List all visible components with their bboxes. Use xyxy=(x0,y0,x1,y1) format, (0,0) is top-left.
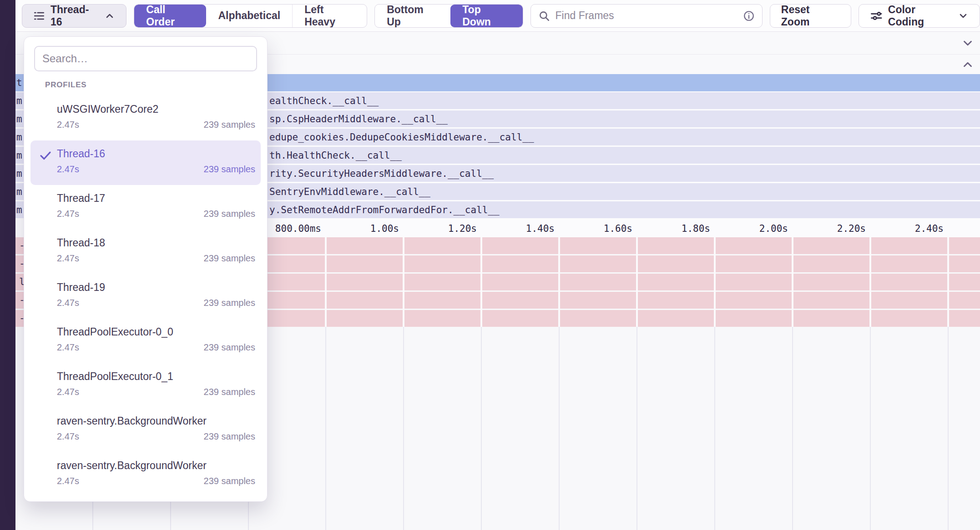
thread-item-duration: 2.47s xyxy=(57,164,79,175)
gridline xyxy=(948,327,949,530)
thread-item[interactable]: ThreadPoolExecutor-0_0 2.47s 239 samples xyxy=(30,319,261,363)
reset-zoom-button[interactable]: Reset Zoom xyxy=(770,4,851,28)
thread-item[interactable]: raven-sentry.BackgroundWorker 2.47s 239 … xyxy=(30,408,261,452)
gridline xyxy=(947,237,949,327)
gridline xyxy=(636,327,637,530)
thread-item-samples: 239 samples xyxy=(204,164,255,175)
thread-item-samples: 239 samples xyxy=(204,298,255,308)
profiler-app: Thread-16 Call Order Alphabetical Left H… xyxy=(0,0,980,530)
time-axis-label: 1.40s xyxy=(468,223,555,234)
direction-option-bottom-up[interactable]: Bottom Up xyxy=(375,5,450,27)
time-axis-label: 2.20s xyxy=(779,223,866,234)
direction-segmented-control: Bottom Up Top Down xyxy=(374,4,523,28)
time-axis-label: 1.20s xyxy=(390,223,477,234)
thread-item-duration: 2.47s xyxy=(57,342,79,353)
thread-item-duration: 2.47s xyxy=(57,253,79,264)
chevron-up-icon xyxy=(104,10,115,21)
thread-item-duration: 2.47s xyxy=(57,298,79,308)
time-axis-label: 2.00s xyxy=(702,223,788,234)
thread-item-samples: 239 samples xyxy=(204,387,255,397)
gridline xyxy=(636,237,638,327)
sort-option-alphabetical[interactable]: Alphabetical xyxy=(206,5,292,27)
frame-label: sp.CspHeaderMiddleware.__call__ xyxy=(269,114,448,125)
thread-item-samples: 239 samples xyxy=(204,120,255,130)
sliders-icon xyxy=(870,10,883,22)
thread-item-name: ThreadPoolExecutor-0_0 xyxy=(57,325,255,339)
gridline xyxy=(714,327,715,530)
chevron-up-icon xyxy=(961,58,975,71)
time-axis-label: 1.00s xyxy=(313,223,399,234)
sort-option-left-heavy[interactable]: Left Heavy xyxy=(292,5,367,27)
checkmark-icon xyxy=(39,149,52,162)
thread-item-name: uWSGIWorker7Core2 xyxy=(57,102,255,116)
frame-label: SentryEnvMiddleware.__call__ xyxy=(269,186,430,197)
gridline xyxy=(870,327,871,530)
time-axis-label: 2.40s xyxy=(857,223,944,234)
sort-option-call-order[interactable]: Call Order xyxy=(134,5,206,27)
thread-item-samples: 239 samples xyxy=(204,253,255,264)
thread-item-name: raven-sentry.BackgroundWorker xyxy=(57,414,255,428)
frame-fragment: m xyxy=(16,150,22,161)
thread-list: uWSGIWorker7Core2 2.47s 239 samples Thre… xyxy=(30,96,261,497)
frame-fragment: m xyxy=(16,186,22,197)
frame-label: rity.SecurityHeadersMiddleware.__call__ xyxy=(269,168,494,179)
time-axis-label: 1.60s xyxy=(546,223,632,234)
thread-selector-label: Thread-16 xyxy=(51,4,99,28)
thread-item-duration: 2.47s xyxy=(57,120,79,130)
thread-item-name: ThreadPoolExecutor-0_1 xyxy=(57,370,255,383)
list-icon xyxy=(33,10,45,22)
frame-label: y.SetRemoteAddrFromForwardedFor.__call__ xyxy=(269,205,500,215)
thread-item-duration: 2.47s xyxy=(57,387,79,397)
frame-fragment: t xyxy=(16,77,22,88)
color-coding-button[interactable]: Color Coding xyxy=(859,4,980,28)
thread-item-samples: 239 samples xyxy=(204,342,255,353)
toolbar: Thread-16 Call Order Alphabetical Left H… xyxy=(15,0,980,32)
thread-item[interactable]: Thread-19 2.47s 239 samples xyxy=(30,274,261,319)
sort-segmented-control: Call Order Alphabetical Left Heavy xyxy=(134,4,367,28)
gridline xyxy=(403,237,404,327)
thread-item[interactable]: raven-sentry.BackgroundWorker 2.47s 239 … xyxy=(30,452,261,497)
thread-dropdown-panel: PROFILES uWSGIWorker7Core2 2.47s 239 sam… xyxy=(24,36,268,502)
thread-item-samples: 239 samples xyxy=(204,431,255,442)
gridline xyxy=(869,237,871,327)
frame-fragment: m xyxy=(16,132,22,143)
collapse-down-button[interactable] xyxy=(960,35,975,51)
frame-fragment: m xyxy=(16,205,22,215)
find-frames-input[interactable] xyxy=(556,10,738,22)
thread-item-duration: 2.47s xyxy=(57,476,79,486)
gridline xyxy=(792,327,793,530)
frame-fragment: m xyxy=(16,168,22,179)
gridline xyxy=(480,237,482,327)
thread-item-name: Thread-18 xyxy=(57,236,255,250)
gridline xyxy=(403,327,404,530)
thread-item-duration: 2.47s xyxy=(57,209,79,219)
direction-option-top-down[interactable]: Top Down xyxy=(450,5,522,27)
collapse-up-button[interactable] xyxy=(960,57,975,72)
thread-item-name: Thread-19 xyxy=(57,280,255,294)
time-axis-label: 1.80s xyxy=(624,223,710,234)
gridline xyxy=(559,327,560,530)
gridline xyxy=(325,237,327,327)
gridline xyxy=(792,237,793,327)
thread-item[interactable]: uWSGIWorker7Core2 2.47s 239 samples xyxy=(30,96,261,140)
thread-item-name: raven-sentry.BackgroundWorker xyxy=(57,459,255,472)
frame-fragment: m xyxy=(16,95,22,106)
sidebar-strip xyxy=(0,0,15,530)
search-icon xyxy=(538,10,550,22)
thread-item-name: Thread-17 xyxy=(57,191,255,205)
frame-label: edupe_cookies.DedupeCookiesMiddleware.__… xyxy=(269,132,534,143)
thread-item[interactable]: Thread-18 2.47s 239 samples xyxy=(30,230,261,274)
color-coding-label: Color Coding xyxy=(888,4,952,28)
find-frames-field xyxy=(530,4,763,28)
frame-label: th.HealthCheck.__call__ xyxy=(269,150,402,161)
chevron-down-icon xyxy=(958,10,969,21)
thread-item-duration: 2.47s xyxy=(57,431,79,442)
info-icon[interactable] xyxy=(743,10,755,22)
thread-item[interactable]: Thread-17 2.47s 239 samples xyxy=(30,185,261,230)
thread-item[interactable]: ThreadPoolExecutor-0_1 2.47s 239 samples xyxy=(30,363,261,408)
gridline xyxy=(481,327,482,530)
thread-item-selected[interactable]: Thread-16 2.47s 239 samples xyxy=(30,140,261,185)
thread-selector-button[interactable]: Thread-16 xyxy=(22,4,126,28)
thread-item-name: Thread-16 xyxy=(57,147,255,160)
thread-search-input[interactable] xyxy=(34,46,257,71)
